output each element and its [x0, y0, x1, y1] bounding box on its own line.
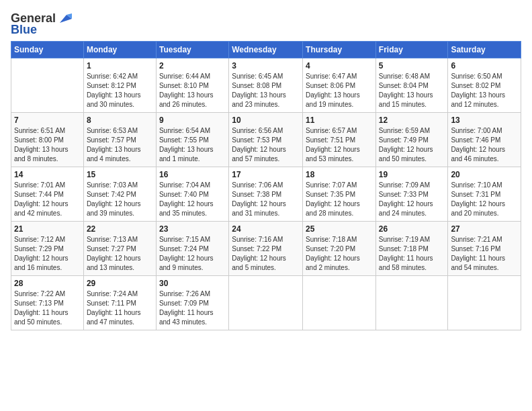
day-number: 28 [14, 279, 81, 288]
day-number: 23 [159, 224, 226, 234]
day-info: Sunrise: 7:18 AM Sunset: 7:20 PM Dayligh… [306, 235, 373, 273]
calendar-cell: 17Sunrise: 7:06 AM Sunset: 7:38 PM Dayli… [229, 167, 303, 222]
day-number: 14 [14, 170, 81, 179]
calendar-cell: 23Sunrise: 7:15 AM Sunset: 7:24 PM Dayli… [156, 222, 228, 276]
day-info: Sunrise: 7:07 AM Sunset: 7:35 PM Dayligh… [306, 181, 373, 218]
day-number: 12 [379, 116, 445, 125]
day-number: 15 [87, 170, 153, 179]
day-number: 27 [451, 224, 518, 234]
day-number: 17 [232, 170, 300, 179]
calendar-cell: 24Sunrise: 7:16 AM Sunset: 7:22 PM Dayli… [229, 222, 303, 276]
day-info: Sunrise: 7:09 AM Sunset: 7:33 PM Dayligh… [379, 181, 445, 218]
calendar-cell: 3Sunrise: 6:45 AM Sunset: 8:08 PM Daylig… [229, 58, 303, 113]
calendar-cell: 11Sunrise: 6:57 AM Sunset: 7:51 PM Dayli… [303, 113, 376, 167]
day-info: Sunrise: 7:00 AM Sunset: 7:46 PM Dayligh… [451, 126, 518, 164]
day-number: 5 [379, 61, 445, 71]
calendar-cell: 8Sunrise: 6:53 AM Sunset: 7:57 PM Daylig… [83, 113, 156, 167]
column-header-sunday: Sunday [11, 42, 84, 58]
day-info: Sunrise: 7:01 AM Sunset: 7:44 PM Dayligh… [14, 181, 81, 218]
day-info: Sunrise: 7:22 AM Sunset: 7:13 PM Dayligh… [14, 289, 81, 327]
day-number: 7 [14, 116, 81, 125]
calendar-cell: 7Sunrise: 6:51 AM Sunset: 8:00 PM Daylig… [11, 113, 84, 167]
day-number: 29 [87, 279, 153, 288]
calendar-cell: 29Sunrise: 7:24 AM Sunset: 7:11 PM Dayli… [83, 276, 156, 330]
day-info: Sunrise: 6:53 AM Sunset: 7:57 PM Dayligh… [87, 126, 153, 164]
day-info: Sunrise: 6:45 AM Sunset: 8:08 PM Dayligh… [232, 72, 300, 109]
day-number: 10 [232, 116, 300, 125]
day-number: 1 [87, 61, 153, 71]
column-header-wednesday: Wednesday [229, 42, 303, 58]
calendar-week-row: 21Sunrise: 7:12 AM Sunset: 7:29 PM Dayli… [11, 222, 521, 276]
calendar-cell: 2Sunrise: 6:44 AM Sunset: 8:10 PM Daylig… [156, 58, 228, 113]
calendar-cell: 21Sunrise: 7:12 AM Sunset: 7:29 PM Dayli… [11, 222, 84, 276]
calendar-cell: 14Sunrise: 7:01 AM Sunset: 7:44 PM Dayli… [11, 167, 84, 222]
calendar-cell: 30Sunrise: 7:26 AM Sunset: 7:09 PM Dayli… [156, 276, 228, 330]
calendar-cell: 13Sunrise: 7:00 AM Sunset: 7:46 PM Dayli… [448, 113, 521, 167]
day-info: Sunrise: 6:56 AM Sunset: 7:53 PM Dayligh… [232, 126, 300, 164]
column-headers: SundayMondayTuesdayWednesdayThursdayFrid… [11, 42, 521, 58]
calendar-cell: 22Sunrise: 7:13 AM Sunset: 7:27 PM Dayli… [83, 222, 156, 276]
day-number: 20 [451, 170, 518, 179]
column-header-friday: Friday [375, 42, 448, 58]
calendar-week-row: 1Sunrise: 6:42 AM Sunset: 8:12 PM Daylig… [11, 58, 521, 113]
day-number: 3 [232, 61, 300, 71]
day-number: 30 [159, 279, 226, 288]
day-info: Sunrise: 7:26 AM Sunset: 7:09 PM Dayligh… [159, 289, 226, 327]
calendar-table: SundayMondayTuesdayWednesdayThursdayFrid… [11, 41, 521, 330]
day-info: Sunrise: 6:51 AM Sunset: 8:00 PM Dayligh… [14, 126, 81, 164]
calendar-week-row: 14Sunrise: 7:01 AM Sunset: 7:44 PM Dayli… [11, 167, 521, 222]
day-info: Sunrise: 7:24 AM Sunset: 7:11 PM Dayligh… [87, 289, 153, 327]
calendar-cell: 1Sunrise: 6:42 AM Sunset: 8:12 PM Daylig… [83, 58, 156, 113]
day-number: 2 [159, 61, 226, 71]
page-header: General Blue [11, 8, 521, 37]
calendar-cell: 16Sunrise: 7:04 AM Sunset: 7:40 PM Dayli… [156, 167, 228, 222]
day-info: Sunrise: 6:54 AM Sunset: 7:55 PM Dayligh… [159, 126, 226, 164]
day-number: 18 [306, 170, 373, 179]
calendar-cell [375, 276, 448, 330]
day-number: 26 [379, 224, 445, 234]
calendar-cell: 5Sunrise: 6:48 AM Sunset: 8:04 PM Daylig… [375, 58, 448, 113]
day-number: 19 [379, 170, 445, 179]
calendar-cell: 15Sunrise: 7:03 AM Sunset: 7:42 PM Dayli… [83, 167, 156, 222]
column-header-monday: Monday [83, 42, 156, 58]
calendar-cell: 25Sunrise: 7:18 AM Sunset: 7:20 PM Dayli… [303, 222, 376, 276]
calendar-cell: 18Sunrise: 7:07 AM Sunset: 7:35 PM Dayli… [303, 167, 376, 222]
calendar-week-row: 7Sunrise: 6:51 AM Sunset: 8:00 PM Daylig… [11, 113, 521, 167]
calendar-cell [11, 58, 84, 113]
day-number: 21 [14, 224, 81, 234]
calendar-cell: 6Sunrise: 6:50 AM Sunset: 8:02 PM Daylig… [448, 58, 521, 113]
day-info: Sunrise: 7:16 AM Sunset: 7:22 PM Dayligh… [232, 235, 300, 273]
day-info: Sunrise: 6:57 AM Sunset: 7:51 PM Dayligh… [306, 126, 373, 164]
day-info: Sunrise: 7:21 AM Sunset: 7:16 PM Dayligh… [451, 235, 518, 273]
day-number: 9 [159, 116, 226, 125]
column-header-saturday: Saturday [448, 42, 521, 58]
calendar-cell: 27Sunrise: 7:21 AM Sunset: 7:16 PM Dayli… [448, 222, 521, 276]
day-number: 25 [306, 224, 373, 234]
calendar-cell [229, 276, 303, 330]
column-header-tuesday: Tuesday [156, 42, 228, 58]
day-info: Sunrise: 6:50 AM Sunset: 8:02 PM Dayligh… [451, 72, 518, 109]
day-info: Sunrise: 7:06 AM Sunset: 7:38 PM Dayligh… [232, 181, 300, 218]
day-info: Sunrise: 6:42 AM Sunset: 8:12 PM Dayligh… [87, 72, 153, 109]
logo: General Blue [11, 11, 72, 37]
calendar-cell: 28Sunrise: 7:22 AM Sunset: 7:13 PM Dayli… [11, 276, 84, 330]
day-number: 8 [87, 116, 153, 125]
calendar-cell [303, 276, 376, 330]
day-info: Sunrise: 7:12 AM Sunset: 7:29 PM Dayligh… [14, 235, 81, 273]
day-info: Sunrise: 7:10 AM Sunset: 7:31 PM Dayligh… [451, 181, 518, 218]
calendar-cell: 9Sunrise: 6:54 AM Sunset: 7:55 PM Daylig… [156, 113, 228, 167]
day-info: Sunrise: 7:13 AM Sunset: 7:27 PM Dayligh… [87, 235, 153, 273]
day-number: 24 [232, 224, 300, 234]
day-info: Sunrise: 6:48 AM Sunset: 8:04 PM Dayligh… [379, 72, 445, 109]
calendar-cell [448, 276, 521, 330]
calendar-cell: 20Sunrise: 7:10 AM Sunset: 7:31 PM Dayli… [448, 167, 521, 222]
day-info: Sunrise: 7:04 AM Sunset: 7:40 PM Dayligh… [159, 181, 226, 218]
day-info: Sunrise: 7:19 AM Sunset: 7:18 PM Dayligh… [379, 235, 445, 273]
day-number: 6 [451, 61, 518, 71]
day-number: 22 [87, 224, 153, 234]
day-info: Sunrise: 7:03 AM Sunset: 7:42 PM Dayligh… [87, 181, 153, 218]
day-info: Sunrise: 6:47 AM Sunset: 8:06 PM Dayligh… [306, 72, 373, 109]
day-number: 16 [159, 170, 226, 179]
calendar-cell: 12Sunrise: 6:59 AM Sunset: 7:49 PM Dayli… [375, 113, 448, 167]
calendar-week-row: 28Sunrise: 7:22 AM Sunset: 7:13 PM Dayli… [11, 276, 521, 330]
